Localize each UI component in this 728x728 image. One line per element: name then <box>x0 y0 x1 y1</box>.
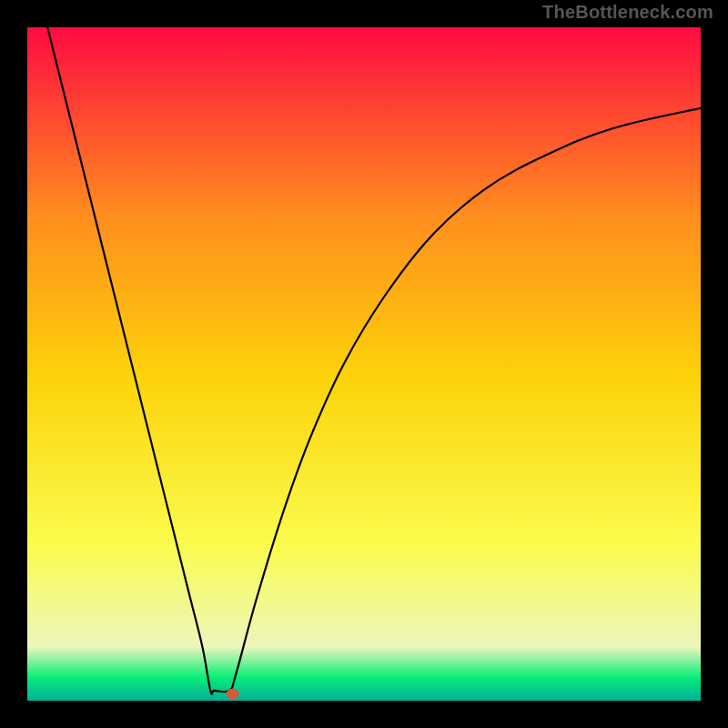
optimal-point-marker <box>227 689 239 700</box>
gradient-background <box>27 27 701 701</box>
chart-frame: TheBottleneck.com <box>0 0 728 728</box>
watermark-label: TheBottleneck.com <box>542 2 713 23</box>
plot-area <box>27 27 701 701</box>
chart-svg <box>27 27 701 701</box>
